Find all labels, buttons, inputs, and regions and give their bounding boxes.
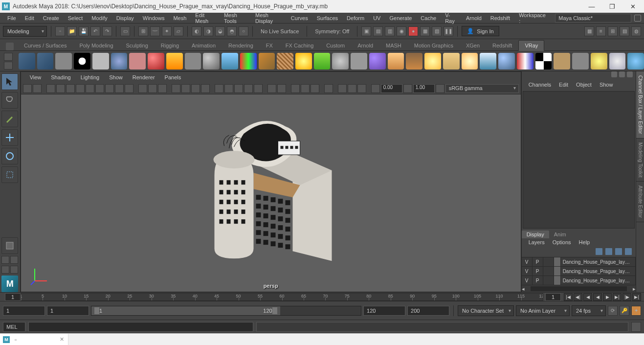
pt-icon-27[interactable] [311, 84, 319, 93]
layer-icon-2[interactable] [605, 248, 612, 255]
shelf-tab-rendering[interactable]: Rendering [222, 40, 260, 51]
autokey-icon[interactable]: 🔑 [620, 306, 629, 316]
pt-icon-21[interactable] [244, 84, 253, 93]
range-thumb-end-grip[interactable] [272, 307, 277, 314]
pt-grid-icon[interactable] [138, 84, 147, 93]
time-current-right[interactable]: 1 [545, 293, 561, 301]
layer-color-swatch[interactable] [554, 267, 561, 276]
pt-icon-3[interactable] [46, 84, 55, 93]
select-mode-icon[interactable]: ▭ [120, 26, 130, 36]
layout-icon3[interactable]: ⊞ [608, 26, 618, 36]
workspace-combo[interactable]: Maya Classic* [555, 14, 631, 23]
shelf-menu-icon[interactable] [6, 43, 14, 50]
pt-refresh-icon[interactable] [371, 84, 380, 93]
shelf-edit-icon[interactable] [4, 53, 13, 61]
layer-icon-1[interactable] [596, 248, 602, 255]
vray-ball2-icon[interactable] [498, 53, 515, 69]
vray-eyes-icon[interactable] [129, 53, 146, 69]
range-thumb[interactable]: 1 120 [91, 306, 280, 315]
maximize-button[interactable]: ❐ [605, 3, 620, 10]
mode-selector[interactable]: Modeling [3, 26, 47, 37]
layer-vis-toggle[interactable]: V [522, 276, 533, 285]
vray-rgb-icon[interactable] [240, 53, 257, 69]
render-settings-icon[interactable]: ▥ [385, 26, 395, 36]
vray-rwb-icon[interactable] [517, 53, 533, 69]
pt-icon-13[interactable] [158, 84, 167, 93]
pt-icon-4[interactable] [56, 84, 65, 93]
undo-icon[interactable]: ↶ [90, 26, 100, 36]
panel-menu-view[interactable]: View [25, 74, 46, 80]
chan-icon-1[interactable] [611, 71, 617, 77]
menu-uv[interactable]: UV [369, 15, 385, 21]
pt-icon-12[interactable] [148, 84, 157, 93]
menu-edit-mesh[interactable]: Edit Mesh [191, 12, 220, 24]
layout-icon1[interactable]: ▦ [584, 26, 594, 36]
panel-menu-lighting[interactable]: Lighting [76, 74, 105, 80]
pt-colormgmt-icon[interactable] [436, 84, 444, 93]
shelf-tab-rigging[interactable]: Rigging [155, 40, 185, 51]
vray-light2-icon[interactable] [424, 53, 441, 69]
layer-type-toggle[interactable] [543, 267, 554, 276]
charset-combo[interactable]: No Character Set [458, 305, 514, 316]
script-editor-icon[interactable] [631, 322, 641, 332]
layer-menu-options[interactable]: Options [549, 239, 575, 248]
pt-icon-14[interactable] [172, 84, 180, 93]
vray-list-icon[interactable] [92, 53, 109, 69]
snap-grid-icon[interactable]: ⊞ [138, 26, 148, 36]
menu-arnold[interactable]: Arnold [462, 15, 486, 21]
layer-type-toggle[interactable] [543, 257, 554, 266]
vray-purple-icon[interactable] [369, 53, 386, 69]
shelf-tab-sculpting[interactable]: Sculpting [120, 40, 155, 51]
layer-tab-anim[interactable]: Anim [549, 230, 571, 238]
new-scene-icon[interactable]: ▫ [55, 26, 65, 36]
shelf-tab-vray[interactable]: VRay [518, 40, 544, 51]
channel-menu-channels[interactable]: Channels [525, 82, 555, 88]
layer-vis-toggle[interactable]: V [522, 257, 533, 266]
pt-icon-23[interactable] [267, 84, 276, 93]
render-layer-icon[interactable]: ▧ [432, 26, 442, 36]
range-end-outer[interactable]: 200 [407, 306, 449, 316]
vray-sphere-red-icon[interactable] [148, 53, 164, 69]
layer-color-swatch[interactable] [554, 257, 561, 266]
step-fwd-key-button[interactable]: |▶ [622, 293, 631, 301]
command-input[interactable] [28, 322, 253, 332]
vray-proxy-icon[interactable] [259, 53, 275, 69]
layer-row[interactable]: VPDancing_House_Prague_lay… [522, 257, 636, 267]
shelf-tab-fx[interactable]: FX [260, 40, 279, 51]
menu-mesh[interactable]: Mesh [169, 15, 191, 21]
vray-ui-icon[interactable] [55, 53, 72, 69]
layout-three-icon[interactable] [1, 266, 9, 274]
layout-icon2[interactable]: ≡ [596, 26, 606, 36]
layout-four-icon[interactable] [1, 256, 9, 264]
vray-dome1-icon[interactable] [388, 53, 404, 69]
pt-icon-9[interactable] [105, 84, 114, 93]
save-scene-icon[interactable]: 💾 [79, 26, 89, 36]
vray-fire-icon[interactable] [166, 53, 183, 69]
paint-tool[interactable] [1, 111, 18, 127]
pause-icon[interactable]: ❚❚ [444, 26, 453, 36]
layer-menu-help[interactable]: Help [575, 239, 594, 248]
shelf-tab-redshift[interactable]: Redshift [486, 40, 518, 51]
vray-help-icon[interactable] [627, 53, 644, 69]
snap-plane-icon[interactable]: ▱ [174, 26, 183, 36]
pt-icon-30[interactable] [348, 84, 356, 93]
range-start-inner[interactable]: 1 [47, 306, 89, 316]
time-current-left[interactable]: 1 [5, 293, 21, 301]
vray-frame-icon[interactable] [554, 53, 570, 69]
render-view-icon[interactable]: ▦ [420, 26, 430, 36]
live-toggle5-icon[interactable]: ○ [239, 26, 248, 36]
maya-home-icon[interactable]: M [1, 276, 18, 292]
play-button[interactable]: ▶ [603, 293, 612, 301]
shelf-tab-animation[interactable]: Animation [185, 40, 222, 51]
pt-icon-2[interactable] [33, 84, 42, 93]
menu-cache[interactable]: Cache [416, 15, 441, 21]
pt-icon-22[interactable] [254, 84, 263, 93]
live-toggle2-icon[interactable]: ◑ [203, 26, 213, 36]
prefs-icon[interactable]: ✦ [631, 306, 641, 316]
channel-menu-object[interactable]: Object [572, 82, 596, 88]
panel-menu-panels[interactable]: Panels [160, 74, 186, 80]
vray-window-icon[interactable] [572, 53, 589, 69]
live-toggle3-icon[interactable]: ◒ [215, 26, 225, 36]
vray-icon[interactable] [19, 53, 35, 69]
live-toggle4-icon[interactable]: ◓ [227, 26, 237, 36]
